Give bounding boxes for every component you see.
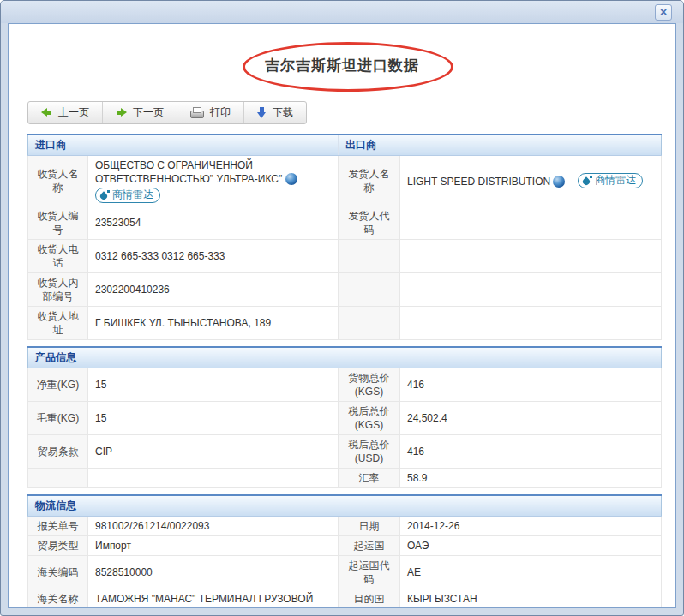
printer-icon — [190, 107, 204, 118]
arrow-right-icon — [116, 108, 127, 117]
field-label: 起运国代码 — [339, 556, 400, 589]
field-value: Импорт — [88, 536, 339, 556]
prev-page-label: 上一页 — [58, 105, 89, 120]
logistics-section-header: 物流信息 — [28, 495, 662, 517]
prev-page-button[interactable]: 上一页 — [28, 102, 103, 123]
field-label: 收货人电话 — [28, 240, 88, 273]
table-row: 收货人电话 0312 665-333 0312 665-333 — [28, 240, 662, 273]
dialog-content: 吉尔吉斯斯坦进口数据 上一页 下一页 打印 下载 — [8, 23, 676, 608]
field-value: ОАЭ — [400, 536, 662, 556]
globe-icon[interactable] — [285, 173, 297, 185]
arrow-down-icon — [257, 107, 267, 118]
table-row: 贸易类型 Импорт 起运国 ОАЭ — [28, 536, 662, 556]
table-row: 收货人名称 ОБЩЕСТВО С ОГРАНИЧЕННОЙ ОТВЕТСТВЕН… — [28, 156, 662, 206]
table-row: 汇率 58.9 — [28, 469, 662, 488]
next-page-label: 下一页 — [133, 105, 164, 120]
field-label: 毛重(KG) — [28, 402, 88, 435]
field-value: 15 — [88, 402, 339, 435]
field-label: 收货人内部编号 — [28, 273, 88, 307]
print-button[interactable]: 打印 — [177, 102, 244, 123]
field-value: 15 — [88, 368, 339, 402]
field-value: 416 — [400, 368, 662, 402]
close-button[interactable]: × — [655, 4, 672, 21]
page-title: 吉尔吉斯斯坦进口数据 — [9, 56, 675, 75]
field-value: КЫРГЫЗСТАН — [400, 589, 662, 609]
section-header-row: 进口商 出口商 — [28, 135, 662, 156]
field-value — [400, 206, 662, 240]
section-header-row: 产品信息 — [28, 347, 662, 368]
consignee-name-label: 收货人名称 — [28, 156, 88, 206]
field-value — [400, 240, 662, 273]
field-value: 8528510000 — [88, 556, 339, 589]
download-label: 下载 — [273, 105, 293, 120]
section-header-row: 物流信息 — [28, 495, 662, 517]
field-value: CIP — [88, 435, 339, 469]
field-label: 目的国 — [339, 589, 400, 609]
importer-exporter-section: 进口商 出口商 收货人名称 ОБЩЕСТВО С ОГРАНИЧЕННОЙ ОТ… — [27, 134, 657, 340]
product-section-header: 产品信息 — [28, 347, 662, 368]
dialog-titlebar: × — [1, 1, 683, 23]
field-label: 收货人编号 — [28, 206, 88, 240]
table-row: 贸易条款 CIP 税后总价 (USD) 416 — [28, 435, 662, 469]
field-label: 起运国 — [339, 536, 400, 556]
logistics-info-section: 物流信息 报关单号 981002/261214/0022093 日期 2014-… — [27, 494, 657, 608]
table-row: 收货人编号 23523054 发货人代码 — [28, 206, 662, 240]
field-value: 58.9 — [400, 469, 662, 488]
field-value: Г БИШКЕК УЛ. ТЫНЫСТАНОВА, 189 — [88, 307, 339, 340]
next-page-button[interactable]: 下一页 — [103, 102, 177, 123]
field-label: 税后总价 (KGS) — [339, 402, 400, 435]
satellite-dish-icon — [583, 176, 592, 185]
globe-icon[interactable] — [553, 176, 565, 188]
product-info-table: 产品信息 净重(KG) 15 货物总价 (KGS) 416 毛重(KG) 15 … — [27, 346, 662, 488]
table-row: 海关名称 ТАМОЖНЯ "МАНАС" ТЕРМИНАЛ ГРУЗОВОЙ 目… — [28, 589, 662, 609]
field-value: 981002/261214/0022093 — [88, 517, 339, 536]
table-row: 毛重(KG) 15 税后总价 (KGS) 24,502.4 — [28, 402, 662, 435]
logistics-info-table: 物流信息 报关单号 981002/261214/0022093 日期 2014-… — [27, 494, 662, 608]
field-label: 货物总价 (KGS) — [339, 368, 400, 402]
field-value: 2014-12-26 — [400, 517, 662, 536]
shipper-name-value: LIGHT SPEED DISTRIBUTION 商情雷达 — [400, 156, 662, 206]
field-value: 23523054 — [88, 206, 339, 240]
exporter-section-header: 出口商 — [339, 135, 662, 156]
table-row: 报关单号 981002/261214/0022093 日期 2014-12-26 — [28, 517, 662, 536]
field-value: ТАМОЖНЯ "МАНАС" ТЕРМИНАЛ ГРУЗОВОЙ — [88, 589, 339, 609]
field-value — [400, 273, 662, 307]
field-label: 海关名称 — [28, 589, 88, 609]
field-label — [28, 469, 88, 488]
table-row: 净重(KG) 15 货物总价 (KGS) 416 — [28, 368, 662, 402]
title-area: 吉尔吉斯斯坦进口数据 — [9, 24, 675, 101]
consignee-name-value: ОБЩЕСТВО С ОГРАНИЧЕННОЙ ОТВЕТСТВЕННОСТЬЮ… — [88, 156, 339, 206]
importer-section-header: 进口商 — [28, 135, 339, 156]
download-button[interactable]: 下载 — [244, 102, 306, 123]
field-label: 净重(KG) — [28, 368, 88, 402]
product-info-section: 产品信息 净重(KG) 15 货物总价 (KGS) 416 毛重(KG) 15 … — [27, 346, 657, 488]
shipper-name-text: LIGHT SPEED DISTRIBUTION — [407, 176, 550, 188]
radar-badge-label: 商情雷达 — [112, 188, 153, 201]
satellite-dish-icon — [100, 190, 110, 200]
field-value — [88, 469, 339, 488]
field-value — [400, 307, 662, 340]
field-value: 0312 665-333 0312 665-333 — [88, 240, 339, 273]
field-label — [339, 240, 400, 273]
table-row: 海关编码 8528510000 起运国代码 AE — [28, 556, 662, 589]
field-label: 发货人代码 — [339, 206, 400, 240]
arrow-left-icon — [41, 108, 52, 117]
field-label — [339, 307, 400, 340]
field-value: 416 — [400, 435, 662, 469]
radar-badge-importer[interactable]: 商情雷达 — [95, 188, 160, 203]
radar-badge-exporter[interactable]: 商情雷达 — [578, 173, 643, 188]
field-value: 2302200410236 — [88, 273, 339, 307]
field-value: 24,502.4 — [400, 402, 662, 435]
field-label: 贸易条款 — [28, 435, 88, 469]
print-label: 打印 — [210, 105, 231, 120]
toolbar: 上一页 下一页 打印 下载 — [27, 101, 307, 124]
close-icon: × — [660, 5, 667, 19]
field-label: 收货人地址 — [28, 307, 88, 340]
field-label: 税后总价 (USD) — [339, 435, 400, 469]
field-label: 报关单号 — [28, 517, 88, 536]
radar-badge-label: 商情雷达 — [595, 174, 636, 187]
dialog-window: × 吉尔吉斯斯坦进口数据 上一页 下一页 打印 下载 — [0, 0, 684, 616]
field-label: 海关编码 — [28, 556, 88, 589]
shipper-name-label: 发货人名称 — [339, 156, 400, 206]
importer-exporter-table: 进口商 出口商 收货人名称 ОБЩЕСТВО С ОГРАНИЧЕННОЙ ОТ… — [27, 134, 662, 340]
